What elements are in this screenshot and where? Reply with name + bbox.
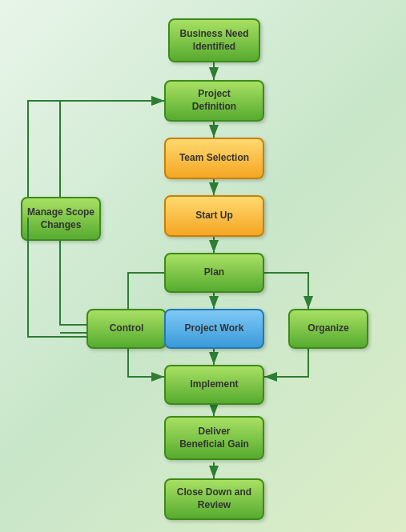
organize-label: Organize (308, 322, 348, 335)
team-selection-node: Team Selection (164, 138, 264, 179)
organize-node: Organize (288, 309, 368, 349)
flowchart-diagram: Business Need Identified Project Definit… (0, 0, 406, 532)
implement-node: Implement (164, 365, 264, 405)
close-down-label: Close Down and Review (177, 486, 251, 511)
start-up-label: Start Up (195, 210, 233, 222)
plan-node: Plan (164, 253, 264, 293)
project-work-label: Project Work (185, 322, 244, 335)
deliver-node: Deliver Beneficial Gain (164, 416, 264, 460)
team-selection-label: Team Selection (179, 152, 249, 165)
manage-scope-node: Manage Scope Changes (21, 197, 101, 241)
control-node: Control (86, 309, 167, 349)
deliver-label: Deliver Beneficial Gain (179, 426, 249, 450)
business-need-label: Business Need Identified (179, 28, 248, 53)
project-definition-label: Project Definition (192, 88, 236, 113)
plan-label: Plan (204, 266, 224, 279)
project-definition-node: Project Definition (164, 80, 264, 122)
project-work-node: Project Work (164, 309, 264, 349)
business-need-node: Business Need Identified (168, 18, 260, 62)
manage-scope-label: Manage Scope Changes (27, 206, 94, 231)
start-up-node: Start Up (164, 195, 264, 237)
close-down-node: Close Down and Review (164, 478, 264, 520)
control-label: Control (110, 322, 144, 335)
implement-label: Implement (190, 378, 238, 391)
